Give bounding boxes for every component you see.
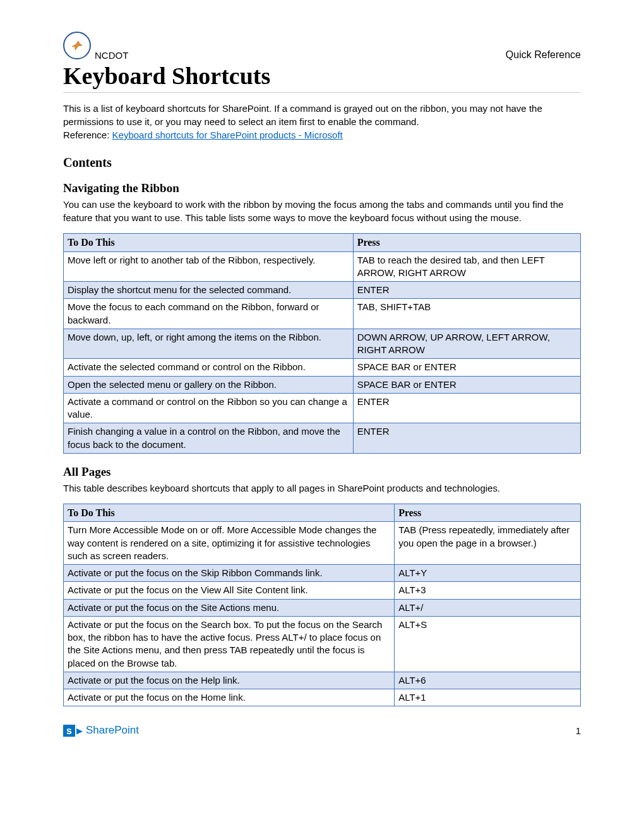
press-cell: TAB, SHIFT+TAB [353,299,580,329]
press-cell: SPACE BAR or ENTER [353,376,580,393]
table-row: Activate a command or control on the Rib… [64,393,581,423]
doc-type-label: Quick Reference [506,49,581,61]
action-cell: Display the shortcut menu for the select… [64,282,354,299]
table-row: Open the selected menu or gallery on the… [64,376,581,393]
bird-icon [70,39,84,52]
reference-link[interactable]: Keyboard shortcuts for SharePoint produc… [112,130,343,140]
table-row: Activate or put the focus on the Site Ac… [64,599,581,616]
page-number: 1 [576,725,581,736]
press-cell: ALT+Y [395,565,581,582]
table-row: Activate or put the focus on the Skip Ri… [64,565,581,582]
table-header-row: To Do This Press [64,234,581,252]
org-block: NCDOT [63,32,128,61]
table-row: Activate or put the focus on the Help li… [64,672,581,689]
action-cell: Activate or put the focus on the Site Ac… [64,599,395,616]
sharepoint-arrow-icon: ▶ [76,726,83,735]
press-cell: TAB to reach the desired tab, and then L… [353,251,580,282]
col-press-header: Press [395,504,581,522]
press-cell: ENTER [353,423,580,454]
action-cell: Activate or put the focus on the Skip Ri… [64,565,395,582]
all-pages-shortcuts-table: To Do This Press Turn More Accessible Mo… [63,504,581,707]
action-cell: Activate or put the focus on the Home li… [64,689,395,706]
press-cell: SPACE BAR or ENTER [353,359,580,376]
table-row: Move down, up, left, or right among the … [64,329,581,359]
action-cell: Activate a command or control on the Rib… [64,393,354,423]
section1-heading: Navigating the Ribbon [63,181,581,195]
action-cell: Activate or put the focus on the View Al… [64,582,395,599]
press-cell: DOWN ARROW, UP ARROW, LEFT ARROW, RIGHT … [353,329,580,359]
press-cell: ENTER [353,282,580,299]
press-cell: ALT+/ [395,599,581,616]
contents-heading: Contents [63,155,581,170]
press-cell: ALT+3 [395,582,581,599]
action-cell: Activate or put the focus on the Help li… [64,672,395,689]
table-row: Move left or right to another tab of the… [64,251,581,282]
doc-header: NCDOT Quick Reference [63,32,581,61]
action-cell: Activate the selected command or control… [64,359,354,376]
ribbon-shortcuts-table: To Do This Press Move left or right to a… [63,233,581,454]
ncdot-logo [63,32,91,59]
intro-paragraph: This is a list of keyboard shortcuts for… [63,102,581,128]
table-header-row: To Do This Press [64,504,581,522]
section2-desc: This table describes keyboard shortcuts … [63,481,581,495]
org-name: NCDOT [95,50,128,61]
press-cell: ALT+1 [395,689,581,706]
action-cell: Open the selected menu or gallery on the… [64,376,354,393]
table-row: Turn More Accessible Mode on or off. Mor… [64,522,581,565]
action-cell: Move the focus to each command on the Ri… [64,299,354,329]
table-row: Move the focus to each command on the Ri… [64,299,581,329]
action-cell: Move down, up, left, or right among the … [64,329,354,359]
col-action-header: To Do This [64,504,395,522]
press-cell: ALT+S [395,616,581,672]
sharepoint-label: SharePoint [86,724,139,737]
sharepoint-mark-icon: s [63,725,75,737]
footer: s▶ SharePoint 1 [63,724,581,737]
table-row: Activate the selected command or control… [64,359,581,376]
action-cell: Move left or right to another tab of the… [64,251,354,282]
reference-label: Reference: [63,130,112,140]
section2-heading: All Pages [63,465,581,479]
action-cell: Activate or put the focus on the Search … [64,616,395,672]
action-cell: Finish changing a value in a control on … [64,423,354,454]
table-row: Activate or put the focus on the Search … [64,616,581,672]
press-cell: TAB (Press repeatedly, immediately after… [395,522,581,565]
press-cell: ENTER [353,393,580,423]
sharepoint-logo: s▶ SharePoint [63,724,139,737]
col-action-header: To Do This [64,234,354,252]
section1-desc: You can use the keyboard to work with th… [63,198,581,224]
table-row: Display the shortcut menu for the select… [64,282,581,299]
table-row: Activate or put the focus on the View Al… [64,582,581,599]
intro-block: This is a list of keyboard shortcuts for… [63,102,581,142]
reference-line: Reference: Keyboard shortcuts for ShareP… [63,128,581,142]
action-cell: Turn More Accessible Mode on or off. Mor… [64,522,395,565]
table-row: Activate or put the focus on the Home li… [64,689,581,706]
press-cell: ALT+6 [395,672,581,689]
page-title: Keyboard Shortcuts [63,62,581,93]
table-row: Finish changing a value in a control on … [64,423,581,454]
col-press-header: Press [353,234,580,252]
